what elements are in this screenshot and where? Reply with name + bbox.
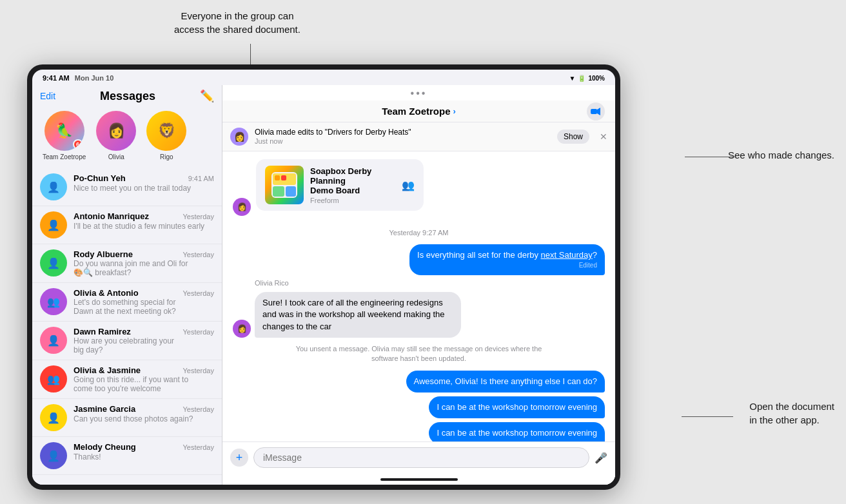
conv-avatar: 👤 <box>40 404 67 431</box>
freeform-card-row: 👩 <box>233 159 605 216</box>
annotation-right-top: See who made changes. <box>728 148 834 162</box>
conv-olivia-antonio[interactable]: 👥 Olivia & Antonio Yesterday Let's do so… <box>32 283 222 322</box>
annotation-line-right-bottom <box>682 416 733 417</box>
conv-preview: Let's do something special forDawn at th… <box>74 298 214 316</box>
chevron-right-icon[interactable]: › <box>453 106 456 116</box>
conv-preview: Can you send those photos again? <box>74 414 214 423</box>
conv-preview: Going on this ride... if you want tocome… <box>74 375 214 393</box>
people-icon: 👥 <box>402 179 415 191</box>
close-notification-button[interactable]: ✕ <box>600 131 607 142</box>
conv-info: Melody Cheung Yesterday Thanks! <box>74 442 214 461</box>
svg-rect-5 <box>286 186 296 197</box>
more-options-dots[interactable]: ••• <box>222 85 615 101</box>
microphone-icon[interactable]: 🎤 <box>595 452 607 464</box>
conv-name: Jasmine Garcia <box>74 404 135 414</box>
conv-name: Po-Chun Yeh <box>74 173 126 183</box>
status-time: 9:41 AM <box>43 74 70 82</box>
svg-rect-6 <box>275 175 280 180</box>
pinned-avatar-emoji-olivia: 👩 <box>108 122 125 139</box>
timestamp: Yesterday 9:27 AM <box>233 229 605 237</box>
conv-avatar: 👤 <box>40 442 67 469</box>
unsent-notice: You unsent a message. Olivia may still s… <box>290 344 548 364</box>
add-attachment-button[interactable]: + <box>230 449 248 467</box>
conv-antonio[interactable]: 👤 Antonio Manriquez Yesterday I'll be at… <box>32 206 222 244</box>
conv-time: Yesterday <box>182 405 214 413</box>
conv-name: Melody Cheung <box>74 442 136 452</box>
notif-avatar: 👩 <box>230 128 248 146</box>
conv-name: Rody Albuerne <box>74 249 133 259</box>
conv-dawn[interactable]: 👤 Dawn Ramirez Yesterday How are you cel… <box>32 322 222 360</box>
message-input[interactable] <box>253 447 589 468</box>
conv-melody[interactable]: 👤 Melody Cheung Yesterday Thanks! <box>32 437 222 475</box>
sidebar-header: Edit Messages ✏️ <box>32 85 222 108</box>
conv-info: Po-Chun Yeh 9:41 AM Nice to meet you on … <box>74 173 214 193</box>
msg-row-outgoing-3: I can be at the workshop tomorrow evenin… <box>233 396 605 418</box>
shared-notification: 👩 Olivia made edits to "Drivers for Derb… <box>222 122 615 151</box>
unread-badge: 6 <box>73 139 83 150</box>
notif-text: Olivia made edits to "Drivers for Derby … <box>255 128 551 146</box>
msg-row-incoming-1: 👩 Sure! I took care of all the engineeri… <box>233 292 605 338</box>
pinned-rigo[interactable]: 🦁 Rigo <box>146 111 186 160</box>
chat-area: ••• Team Zoetrope › <box>222 85 615 485</box>
chat-title: Team Zoetrope › <box>382 106 456 117</box>
conv-time: Yesterday <box>182 367 214 374</box>
message-bubble[interactable]: I can be at the workshop tomorrow evenin… <box>429 396 605 418</box>
conv-name: Olivia & Jasmine <box>74 365 141 375</box>
main-content: Edit Messages ✏️ 🦜 6 Team Zoetrope <box>32 85 615 485</box>
conv-name: Antonio Manriquez <box>74 211 149 221</box>
chat-header: Team Zoetrope › <box>222 101 615 122</box>
messages-scroll[interactable]: 👩 <box>222 151 615 441</box>
show-button[interactable]: Show <box>557 130 589 144</box>
compose-button[interactable]: ✏️ <box>200 89 214 103</box>
conv-avatar: 👥 <box>40 288 67 315</box>
conv-name: Dawn Ramirez <box>74 327 131 336</box>
sender-avatar-olivia: 👩 <box>233 198 251 216</box>
conv-rody[interactable]: 👤 Rody Albuerne Yesterday Do you wanna j… <box>32 244 222 283</box>
notif-message: Olivia made edits to "Drivers for Derby … <box>255 128 411 137</box>
home-indicator <box>222 474 615 485</box>
message-bubble[interactable]: I can be at the workshop tomorrow evenin… <box>429 422 605 441</box>
message-bubble[interactable]: Sure! I took care of all the engineering… <box>255 292 461 338</box>
input-bar: + 🎤 <box>222 441 615 474</box>
conv-info: Jasmine Garcia Yesterday Can you send th… <box>74 404 214 423</box>
pinned-olivia[interactable]: 👩 Olivia <box>96 111 136 160</box>
conv-avatar: 👤 <box>40 173 67 200</box>
freeform-shared-card[interactable]: Soapbox Derby PlanningDemo Board Freefor… <box>256 159 424 211</box>
msg-row-outgoing-2: Awesome, Olivia! Is there anything else … <box>233 371 605 393</box>
conv-olivia-jasmine[interactable]: 👥 Olivia & Jasmine Yesterday Going on th… <box>32 360 222 399</box>
sender-name-label: Olivia Rico <box>255 279 605 287</box>
annotation-top: Everyone in the group can access the sha… <box>174 9 300 36</box>
conversation-list: 👤 Po-Chun Yeh 9:41 AM Nice to meet you o… <box>32 168 222 485</box>
status-bar: 9:41 AM Mon Jun 10 ▼ 🔋 100% <box>32 70 615 85</box>
conv-name: Olivia & Antonio <box>74 288 139 298</box>
pinned-section: 🦜 6 Team Zoetrope 👩 Olivia 🦁 <box>32 108 222 168</box>
battery-percent: 100% <box>588 75 605 82</box>
conv-jasmine[interactable]: 👤 Jasmine Garcia Yesterday Can you send … <box>32 399 222 437</box>
annotation-right-bottom: Open the document in the other app. <box>749 400 834 427</box>
pinned-name: Team Zoetrope <box>43 153 86 160</box>
message-bubble[interactable]: Awesome, Olivia! Is there anything else … <box>406 371 605 393</box>
conv-time: Yesterday <box>182 443 214 451</box>
conv-time: 9:41 AM <box>188 175 214 182</box>
ipad-screen: 9:41 AM Mon Jun 10 ▼ 🔋 100% Edit Message… <box>32 70 615 485</box>
svg-rect-7 <box>281 175 286 180</box>
status-date: Mon Jun 10 <box>75 74 114 82</box>
conv-avatar: 👤 <box>40 211 67 238</box>
svg-rect-0 <box>591 109 597 114</box>
freeform-info: Soapbox Derby PlanningDemo Board Freefor… <box>310 166 395 204</box>
conv-preview: I'll be at the studio a few minutes earl… <box>74 222 214 231</box>
video-call-button[interactable] <box>587 102 605 121</box>
ipad-frame: 9:41 AM Mon Jun 10 ▼ 🔋 100% Edit Message… <box>27 64 620 490</box>
conv-info: Olivia & Antonio Yesterday Let's do some… <box>74 288 214 316</box>
edit-button[interactable]: Edit <box>40 91 55 101</box>
conv-avatar: 👥 <box>40 365 67 393</box>
conv-po-chun[interactable]: 👤 Po-Chun Yeh 9:41 AM Nice to meet you o… <box>32 168 222 206</box>
chat-title-text: Team Zoetrope <box>382 106 450 117</box>
message-bubble[interactable]: Is everything all set for the derby next… <box>409 244 605 275</box>
conv-info: Olivia & Jasmine Yesterday Going on this… <box>74 365 214 393</box>
sender-avatar: 👩 <box>233 320 251 338</box>
notif-time: Just now <box>255 137 282 145</box>
msg-row-outgoing-1: Is everything all set for the derby next… <box>233 244 605 275</box>
conv-time: Yesterday <box>182 289 214 297</box>
pinned-team-zoetrope[interactable]: 🦜 6 Team Zoetrope <box>43 111 86 160</box>
